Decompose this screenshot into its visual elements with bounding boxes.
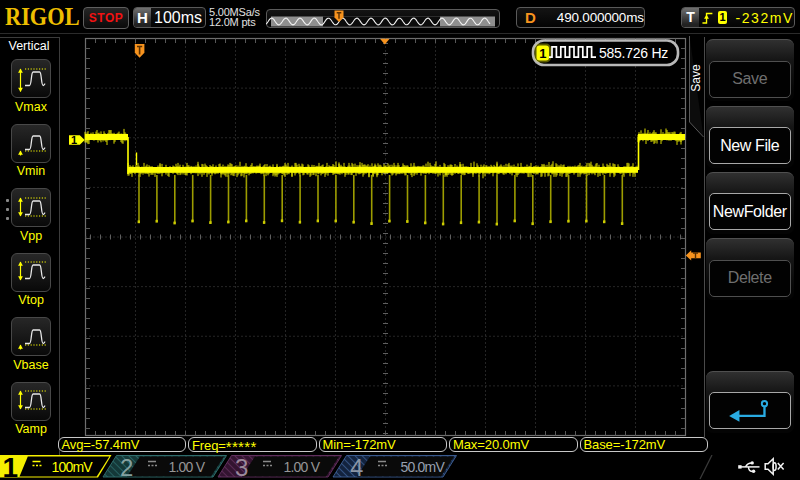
svg-text:3: 3 [235, 455, 248, 480]
svg-text:50.0mV: 50.0mV [401, 459, 446, 475]
svg-text:1: 1 [71, 134, 77, 146]
svg-text:2: 2 [120, 455, 133, 480]
svg-text:100mV: 100mV [52, 459, 94, 475]
svg-text:1.00 V: 1.00 V [169, 459, 206, 475]
svg-text:1: 1 [539, 46, 546, 61]
svg-text:1: 1 [3, 455, 19, 480]
svg-text:1.00 V: 1.00 V [284, 459, 321, 475]
svg-text:4: 4 [350, 455, 363, 480]
svg-text:585.726 Hz: 585.726 Hz [599, 45, 668, 61]
